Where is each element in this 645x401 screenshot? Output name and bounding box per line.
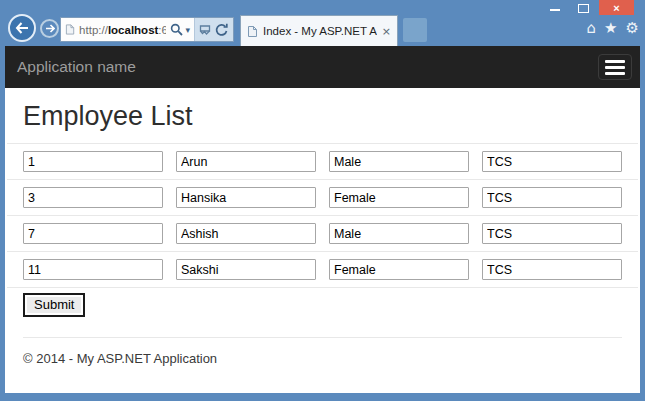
settings-gear-icon[interactable]: ⚙ — [626, 17, 639, 39]
employee-row — [7, 143, 638, 179]
employee-id-input[interactable] — [23, 151, 163, 172]
employee-gender-input[interactable] — [329, 187, 469, 208]
grid-separator — [7, 287, 638, 288]
url-protocol: http:// — [79, 24, 108, 36]
hamburger-icon — [605, 60, 625, 63]
minimize-icon — [550, 9, 560, 11]
footer-copyright: © 2014 - My ASP.NET Application — [23, 351, 622, 366]
employee-grid — [7, 143, 638, 288]
employee-company-input[interactable] — [482, 151, 622, 172]
employee-name-input[interactable] — [176, 259, 316, 280]
hamburger-icon — [605, 72, 625, 75]
home-icon[interactable]: ⌂ — [587, 17, 597, 39]
employee-gender-input[interactable] — [329, 223, 469, 244]
employee-name-input[interactable] — [176, 151, 316, 172]
search-icon[interactable] — [170, 23, 183, 36]
employee-id-input[interactable] — [23, 223, 163, 244]
navbar-brand[interactable]: Application name — [17, 58, 136, 76]
employee-name-input[interactable] — [176, 223, 316, 244]
forward-button[interactable] — [40, 19, 59, 38]
minimize-button[interactable] — [544, 0, 566, 14]
maximize-icon — [578, 4, 589, 13]
autocomplete-caret-icon[interactable]: ▾ — [185, 25, 190, 35]
maximize-button[interactable] — [572, 0, 594, 14]
refresh-icon[interactable] — [215, 23, 229, 37]
favorites-star-icon[interactable]: ★ — [604, 17, 617, 39]
submit-button[interactable]: Submit — [23, 293, 85, 317]
employee-row — [7, 215, 638, 251]
employee-id-input[interactable] — [23, 259, 163, 280]
web-page: Application name Employee List — [5, 46, 640, 393]
address-bar-tray — [194, 18, 233, 41]
page-title: Employee List — [23, 101, 622, 132]
back-button[interactable] — [8, 14, 36, 42]
hamburger-icon — [605, 66, 625, 69]
employee-id-input[interactable] — [23, 187, 163, 208]
forward-arrow-icon — [45, 24, 55, 33]
address-input[interactable]: http://localhost:65 — [61, 18, 166, 41]
tab-title: Index - My ASP.NET Applic... — [263, 25, 377, 37]
close-icon: × — [613, 2, 619, 14]
back-arrow-icon — [15, 22, 29, 34]
tab-favicon-icon — [247, 25, 258, 38]
employee-row — [7, 179, 638, 215]
address-bar[interactable]: http://localhost:65 ▾ — [60, 17, 234, 42]
footer-divider — [23, 337, 622, 338]
url-host: localhost — [108, 24, 158, 36]
employee-row — [7, 251, 638, 287]
close-button[interactable]: × — [599, 0, 634, 15]
employee-gender-input[interactable] — [329, 151, 469, 172]
page-favicon-icon — [65, 23, 75, 36]
new-tab-button[interactable] — [403, 18, 427, 42]
app-navbar: Application name — [5, 46, 640, 88]
tab-close-icon[interactable]: × — [382, 25, 391, 38]
employee-name-input[interactable] — [176, 187, 316, 208]
navbar-toggle-button[interactable] — [598, 54, 632, 80]
employee-gender-input[interactable] — [329, 259, 469, 280]
url-port: :65 — [158, 24, 166, 36]
browser-window: × http://localhost:65 ▾ — [0, 0, 645, 401]
chrome-action-icons: ⌂ ★ ⚙ — [587, 17, 639, 39]
employee-company-input[interactable] — [482, 187, 622, 208]
url-text: http://localhost:65 — [79, 24, 166, 36]
employee-company-input[interactable] — [482, 223, 622, 244]
address-search-area: ▾ — [166, 18, 194, 41]
page-content: Employee List — [5, 101, 640, 366]
employee-company-input[interactable] — [482, 259, 622, 280]
browser-tab[interactable]: Index - My ASP.NET Applic... × — [240, 15, 398, 46]
compatibility-view-icon[interactable] — [199, 24, 211, 36]
